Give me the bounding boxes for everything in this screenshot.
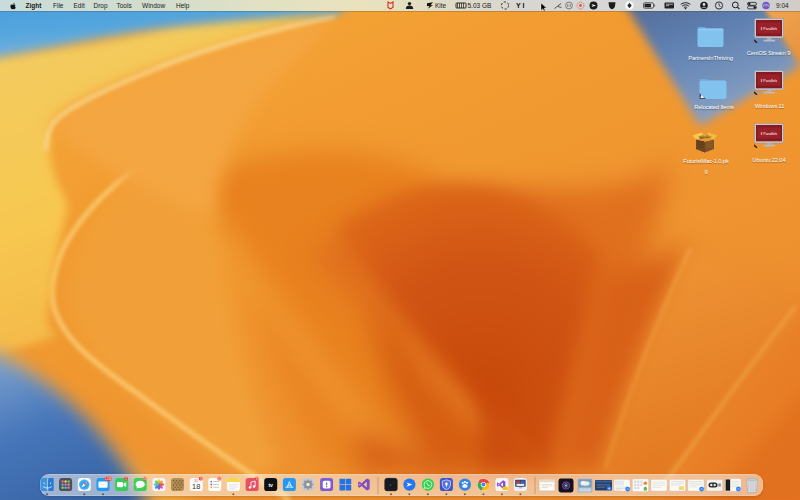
svg-text:Kite: Kite <box>435 2 447 9</box>
svg-text:10: 10 <box>218 477 222 481</box>
svg-text:tv: tv <box>268 482 273 488</box>
svg-text:5.03 GB: 5.03 GB <box>468 2 492 9</box>
svg-text:Y I: Y I <box>516 2 524 9</box>
svg-text:18: 18 <box>192 482 200 491</box>
svg-text:9:04: 9:04 <box>776 2 789 9</box>
svg-text:94: 94 <box>143 477 147 481</box>
svg-text:1,234: 1,234 <box>105 477 112 481</box>
